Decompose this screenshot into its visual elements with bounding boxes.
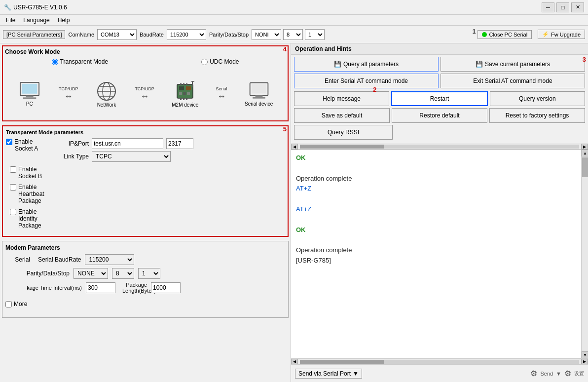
link-type-select[interactable]: TCPC — [92, 151, 171, 162]
transparent-mode-radio[interactable]: Transparent Mode — [52, 58, 109, 65]
serial-status-dot — [482, 32, 487, 37]
socket-a-checkbox[interactable] — [6, 139, 12, 145]
length-input[interactable] — [151, 282, 181, 293]
transparent-radio-input[interactable] — [52, 59, 58, 65]
modem-parity-select[interactable]: NONE — [74, 268, 108, 279]
parity-label2: Parity/Data/Stop — [5, 270, 70, 277]
title-text: USR-G785-E V1.0.6 — [13, 4, 542, 11]
more-checkbox[interactable] — [5, 301, 12, 307]
heartbeat-text: Enable Heartbeat Package — [18, 184, 44, 204]
menu-help[interactable]: Help — [54, 16, 74, 25]
more-row: More — [5, 297, 285, 311]
udc-radio-input[interactable] — [201, 59, 208, 65]
buttons-row5: Query RSSI — [294, 125, 585, 140]
modem-stop-select[interactable]: 1 — [138, 268, 160, 279]
op-title: Operation and Hints — [295, 45, 352, 52]
reset-factory-button[interactable]: Reset to factory settings — [489, 108, 585, 123]
enter-at-button[interactable]: Enter Serial AT command mode — [294, 74, 439, 88]
udc-mode-radio[interactable]: UDC Mode — [201, 58, 239, 65]
console-output: OK Operation complete AT+Z AT+Z OK Opera… — [291, 150, 581, 358]
work-mode-title: Choose Work Mode — [5, 48, 286, 55]
annotation-4: 4 — [283, 45, 287, 53]
ip-input[interactable] — [92, 138, 163, 149]
close-serial-label: Close PC Serial — [489, 32, 527, 38]
v-scroll-track[interactable] — [582, 156, 588, 351]
network-icon — [96, 80, 117, 102]
parity-label: Parity/Data/Stop — [209, 32, 249, 38]
save-current-button[interactable]: 💾 Save current parameters — [441, 57, 585, 72]
scroll-track-h-bottom[interactable] — [300, 360, 579, 364]
h-scrollbar-top[interactable]: ◀ ▶ — [291, 144, 588, 150]
baudrate-select[interactable]: 115200 — [167, 29, 206, 40]
help-message-button[interactable]: Help message — [294, 91, 389, 106]
console-line-ok2: OK — [296, 225, 576, 235]
console-line-ok1: OK — [296, 153, 576, 163]
stop-bits-select[interactable]: 1 — [305, 29, 325, 40]
minimize-button[interactable]: ─ — [542, 2, 554, 12]
heartbeat-checkbox[interactable] — [10, 184, 16, 191]
transparent-params-section: 5 Transparent Mode parameters Enable Soc… — [2, 125, 289, 237]
parity-select[interactable]: NONI — [252, 29, 281, 40]
settings-cn-icon[interactable]: ⚙ — [564, 369, 571, 378]
menu-language[interactable]: Language — [19, 16, 53, 25]
identity-text: Enable Identity Package — [18, 208, 41, 229]
interval-input[interactable] — [86, 282, 115, 293]
svg-rect-11 — [186, 86, 191, 90]
restore-default-button[interactable]: Restore default — [392, 108, 487, 123]
transparent-mode-label: Transparent Mode — [60, 58, 109, 65]
more-checkbox-label[interactable]: More — [5, 301, 30, 307]
comname-select[interactable]: COM13 — [97, 29, 137, 40]
baudrate-label: BaudRate — [140, 32, 164, 38]
save-icon: 💾 — [334, 61, 341, 68]
close-serial-button[interactable]: Close PC Serial — [478, 30, 532, 39]
svg-rect-17 — [186, 83, 187, 85]
scroll-down-button[interactable]: ▼ — [582, 351, 588, 358]
scroll-left-bottom-button[interactable]: ◀ — [291, 359, 298, 365]
h-scrollbar-bottom[interactable]: ◀ ▶ — [291, 358, 588, 364]
scroll-track-h[interactable] — [300, 145, 579, 149]
arrow2: TCP/UDP ↔ — [135, 86, 154, 102]
send-label: Send via Serial Port — [298, 370, 351, 377]
modem-baudrate-select[interactable]: 115200 — [85, 254, 134, 265]
pc-icon — [18, 81, 41, 101]
query-rssi-button[interactable]: Query RSSI — [294, 125, 393, 140]
window-controls: ─ □ ✕ — [542, 2, 584, 12]
port-input[interactable] — [166, 138, 193, 149]
socket-b-checkbox[interactable] — [10, 166, 16, 173]
scroll-thumb-h — [300, 145, 384, 149]
modem-serial-row: Serial Serial BaudRate 115200 — [5, 254, 285, 265]
identity-checkbox[interactable] — [10, 209, 16, 215]
maximize-button[interactable]: □ — [556, 2, 569, 12]
svg-rect-10 — [179, 86, 184, 90]
identity-checkbox-label[interactable]: Enable Identity Package — [10, 208, 281, 229]
work-mode-radios: Transparent Mode UDC Mode — [5, 58, 286, 65]
scroll-up-button[interactable]: ▲ — [582, 150, 588, 156]
send-dropdown[interactable]: Send via Serial Port ▼ — [295, 369, 362, 379]
fw-upgrade-button[interactable]: ⚡ Fw Upgrade — [538, 30, 585, 39]
console-line-cmd2: AT+Z — [296, 204, 576, 215]
scroll-right-bottom-button[interactable]: ▶ — [581, 359, 588, 365]
work-mode-section: 4 Choose Work Mode Transparent Mode UDC … — [2, 45, 289, 121]
send-btn-dropdown[interactable]: ▼ — [556, 371, 561, 377]
data-bits-select[interactable]: 8 — [283, 29, 303, 40]
pc-label: PC — [26, 101, 33, 107]
save-default-button[interactable]: Save as default — [294, 108, 390, 123]
more-label: More — [14, 301, 27, 307]
svg-rect-16 — [183, 83, 184, 85]
console-line-op2: Operation complete — [296, 245, 576, 256]
scroll-right-button[interactable]: ▶ — [581, 144, 588, 150]
close-button[interactable]: ✕ — [571, 2, 584, 12]
settings-icon[interactable]: ⚙ — [530, 369, 537, 378]
exit-at-button[interactable]: Exit Serial AT command mode — [441, 74, 585, 88]
modem-data-select[interactable]: 8 — [112, 268, 134, 279]
query-version-button[interactable]: Query version — [490, 91, 585, 106]
scroll-left-button[interactable]: ◀ — [291, 144, 298, 150]
menu-file[interactable]: File — [2, 16, 19, 25]
socket-a-checkbox-label[interactable]: Enable Socket A — [6, 138, 45, 152]
heartbeat-checkbox-label[interactable]: Enable Heartbeat Package — [10, 184, 281, 204]
buttons-row4: Save as default Restore default Reset to… — [294, 108, 585, 123]
restart-button[interactable]: Restart — [391, 91, 487, 106]
serial-device-icon — [248, 81, 270, 101]
query-all-button[interactable]: 💾 Query all parameters — [294, 57, 439, 72]
socket-b-checkbox-label[interactable]: Enable Socket B — [10, 166, 281, 180]
